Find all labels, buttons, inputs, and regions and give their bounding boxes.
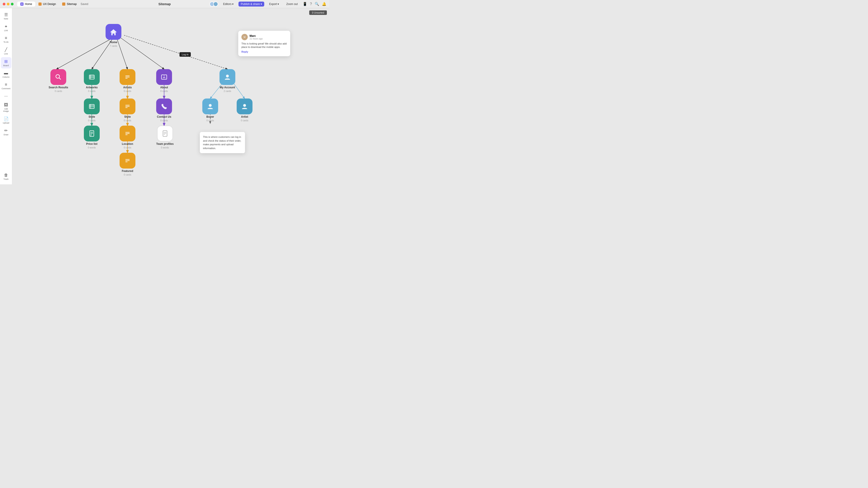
editor-avatars: [211, 2, 218, 6]
node-artworks[interactable]: Artworks 0 cards: [84, 69, 100, 92]
about-icon: [156, 69, 172, 85]
buyer-sub: 0 cards: [207, 119, 214, 122]
publish-chevron-icon: ▾: [260, 2, 262, 6]
tab-home[interactable]: M Home: [17, 2, 35, 6]
tool-trash[interactable]: 🗑 Trash: [1, 171, 11, 182]
tool-board[interactable]: ⊞ Board: [1, 57, 11, 68]
zoom-label: Zoom out: [286, 2, 298, 6]
svg-point-36: [243, 104, 246, 107]
node-buyer[interactable]: Buyer 0 cards: [202, 98, 218, 122]
contact-us-icon: [156, 98, 172, 114]
tab-uxdesign[interactable]: UX Design: [35, 2, 59, 6]
svg-marker-15: [110, 29, 117, 35]
node-my-account[interactable]: My Account 2 cards: [219, 69, 235, 92]
tool-add-image-label: Add image: [2, 108, 10, 112]
comment-header: M Marc 21 hours ago: [241, 34, 287, 40]
comment-reply-button[interactable]: Reply: [241, 51, 287, 53]
team-profiles-sub: 0 words: [161, 147, 169, 149]
search-results-icon: [51, 69, 66, 85]
node-artist[interactable]: Artist 0 cards: [237, 98, 252, 122]
about-sub: 0 cards: [160, 90, 168, 92]
tool-note[interactable]: ☰ Note: [1, 10, 11, 22]
editors-button[interactable]: Editors ▾: [221, 2, 236, 6]
svg-rect-44: [163, 131, 167, 136]
tool-add-image[interactable]: 🖼 Add image: [1, 101, 11, 114]
trash-icon: 🗑: [4, 173, 8, 177]
node-about[interactable]: About 0 cards: [156, 69, 172, 92]
comment-avatar: M: [241, 34, 248, 40]
tabs: M Home UX Design Sitemap: [17, 2, 80, 6]
editors-label: Editors: [223, 2, 231, 6]
node-price-list[interactable]: Price list 0 words: [84, 126, 100, 149]
artworks-sub: 0 cards: [88, 90, 96, 92]
traffic-light-green[interactable]: [11, 3, 13, 5]
artworks-icon: [84, 69, 100, 85]
tool-draw[interactable]: ✏ Draw: [1, 126, 11, 138]
buyer-icon: [202, 98, 218, 114]
node-featured[interactable]: Featured 0 cards: [120, 153, 135, 176]
traffic-light-yellow[interactable]: [7, 3, 9, 5]
traffic-light-red[interactable]: [3, 3, 5, 5]
team-profiles-icon: [157, 126, 173, 141]
column-icon: ▬: [4, 71, 8, 75]
search-icon[interactable]: 🔍: [315, 2, 319, 6]
node-contact-us[interactable]: Contact Us 0 cards: [156, 98, 172, 122]
canvas: 0 Unsorted Home 7 cards Search Results 0…: [12, 8, 329, 184]
comment-author: Marc: [250, 34, 263, 37]
unsorted-button[interactable]: 0 Unsorted: [309, 10, 327, 15]
tab-label-sitemap: Sitemap: [67, 2, 76, 6]
svg-line-17: [59, 78, 61, 79]
link-icon: ⚭: [4, 24, 8, 29]
style-2-sub: 0 cards: [124, 119, 131, 122]
publish-button[interactable]: Publish & share ▾: [239, 2, 264, 6]
tab-icon-home: M: [20, 2, 24, 6]
artworks-label: Artworks: [86, 86, 98, 89]
saved-label: Saved: [81, 2, 88, 6]
comment-icon: ≡: [5, 82, 7, 87]
svg-line-3: [120, 37, 164, 69]
node-artists[interactable]: Artists 0 cards: [120, 69, 135, 92]
export-button[interactable]: Export ▾: [267, 2, 281, 6]
tool-link-label: Link: [4, 29, 8, 32]
more-icon: ···: [4, 94, 8, 98]
home-icon: [105, 24, 121, 40]
tool-upload[interactable]: 📄 Upload: [1, 115, 11, 126]
board-icon: ⊞: [4, 59, 8, 64]
style-1-sub: 0 cards: [88, 119, 96, 122]
tool-more[interactable]: ···: [1, 92, 11, 100]
style-1-label: Style: [89, 115, 95, 119]
node-style-1[interactable]: Style 0 cards: [84, 98, 100, 122]
tool-upload-label: Upload: [3, 122, 9, 124]
tab-icon-sitemap: [62, 2, 65, 6]
node-team-profiles[interactable]: Team profiles 0 words: [156, 126, 174, 149]
node-home[interactable]: Home 7 cards: [105, 24, 121, 47]
node-search-results[interactable]: Search Results 0 cards: [49, 69, 68, 92]
tab-sitemap[interactable]: Sitemap: [59, 2, 80, 6]
zoom-out-button[interactable]: Zoom out: [284, 2, 300, 6]
price-list-icon: [84, 126, 100, 141]
tool-trash-label: Trash: [3, 178, 8, 180]
my-account-sub: 2 cards: [224, 90, 231, 92]
tool-comment[interactable]: ≡ Comment: [1, 80, 11, 92]
draw-icon: ✏: [4, 128, 8, 133]
node-location[interactable]: Location 0 cards: [120, 126, 135, 149]
line-icon: ╱: [5, 47, 7, 52]
artist-icon: [237, 98, 252, 114]
tool-column[interactable]: ▬ Column: [1, 69, 11, 80]
tool-todo[interactable]: ≡ To-do: [1, 34, 11, 45]
artists-icon: [120, 69, 135, 85]
artist-sub: 0 cards: [241, 119, 248, 122]
tool-link[interactable]: ⚭ Link: [1, 22, 11, 33]
my-account-icon: [219, 69, 235, 85]
bell-icon[interactable]: 🔔: [322, 2, 327, 6]
tool-line[interactable]: ╱ Line: [1, 45, 11, 57]
buyer-label: Buyer: [206, 115, 214, 119]
contact-us-sub: 0 cards: [160, 119, 168, 122]
titlebar-right: Editors ▾ Publish & share ▾ Export ▾ Zoo…: [211, 2, 327, 6]
device-icon[interactable]: 📱: [303, 2, 307, 6]
node-style-2[interactable]: Style 0 cards: [120, 98, 135, 122]
search-results-sub: 0 cards: [55, 90, 62, 92]
help-icon[interactable]: ?: [310, 2, 312, 6]
login-badge: Log in: [180, 52, 191, 57]
publish-label: Publish & share: [241, 2, 260, 6]
